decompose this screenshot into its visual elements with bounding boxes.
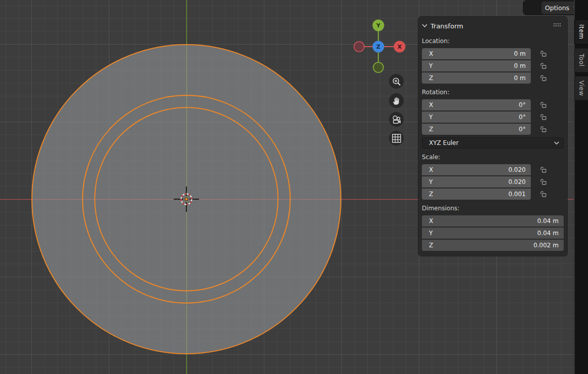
scale-x-field[interactable]: X 0.020 [422,164,531,175]
gizmo-z-ball[interactable]: Z [373,41,384,53]
rotation-mode-value: XYZ Euler [429,139,458,146]
dimensions-z-field[interactable]: Z 0.002 m [422,240,564,251]
dimensions-section-label: Dimensions: [422,205,564,213]
svg-text:Y: Y [376,22,381,29]
rotation-section-label: Rotation: [422,89,564,97]
dimensions-fields: X 0.04 m Y 0.04 m Z 0.002 m [422,215,564,251]
magnifier-plus-icon [391,77,402,87]
dimensions-x-field[interactable]: X 0.04 m [422,215,564,227]
zoom-button[interactable] [389,74,404,89]
sidebar-tab-strip: Item Tool View [574,0,588,374]
panel-title: Transform [430,22,463,30]
rotation-z-field[interactable]: Z 0° [422,124,531,135]
location-y-field[interactable]: Y 0 m [422,60,531,71]
tab-tool[interactable]: Tool [574,48,588,72]
tab-view[interactable]: View [574,76,588,100]
gizmo-minus-y-ball[interactable] [373,62,383,72]
scale-x-lock-icon[interactable] [540,166,547,173]
options-button-label: Options [545,4,569,12]
location-z-lock-icon[interactable] [540,74,547,82]
camera-icon [391,114,402,125]
pan-view-button[interactable] [389,93,404,108]
location-z-field[interactable]: Z 0 m [422,72,531,84]
rotation-y-lock-icon[interactable] [540,114,547,121]
grid-icon [391,133,402,143]
gizmo-y-ball[interactable]: Y [373,20,384,31]
panel-collapse-chevron-icon[interactable] [422,24,427,28]
transform-panel-header[interactable]: Transform [422,19,564,32]
location-fields: X 0 m Y 0 m Z 0 m [422,48,564,84]
rotation-mode-dropdown[interactable]: XYZ Euler [422,137,564,148]
camera-view-button[interactable] [389,112,404,127]
svg-text:Z: Z [376,44,380,50]
rotation-y-field[interactable]: Y 0° [422,111,531,123]
dimensions-y-field[interactable]: Y 0.04 m [422,228,564,239]
rotation-z-lock-icon[interactable] [540,126,547,133]
location-section-label: Location: [422,38,564,46]
scale-z-field[interactable]: Z 0.001 [422,189,531,200]
svg-text:X: X [398,44,402,50]
tab-tool-label: Tool [578,54,585,66]
location-x-lock-icon[interactable] [540,50,547,57]
rotation-x-lock-icon[interactable] [540,101,547,108]
view-axis-gizmo[interactable]: Y X Z [354,20,406,73]
panel-drag-handle-icon[interactable] [554,23,562,27]
rotation-fields: X 0° Y 0° Z 0° [422,99,564,135]
scale-y-lock-icon[interactable] [540,178,547,185]
gizmo-minus-x-ball[interactable] [354,42,364,52]
rotation-x-field[interactable]: X 0° [422,99,531,110]
scale-fields: X 0.020 Y 0.020 Z 0.001 [422,164,564,200]
tab-item[interactable]: Item [574,19,588,45]
location-y-lock-icon[interactable] [540,62,547,69]
tab-view-label: View [578,81,585,96]
scale-section-label: Scale: [422,154,564,162]
tab-item-label: Item [578,24,585,39]
hand-icon [391,96,401,105]
gizmo-x-ball[interactable]: X [394,41,406,53]
transform-panel: Transform Location: X 0 m Y 0 m [418,17,567,256]
chevron-down-icon [554,141,559,145]
grid-view-button[interactable] [389,131,404,145]
location-x-field[interactable]: X 0 m [422,48,531,59]
object-origin-dot [185,198,188,201]
scale-y-field[interactable]: Y 0.020 [422,176,531,188]
scale-z-lock-icon[interactable] [540,191,547,198]
